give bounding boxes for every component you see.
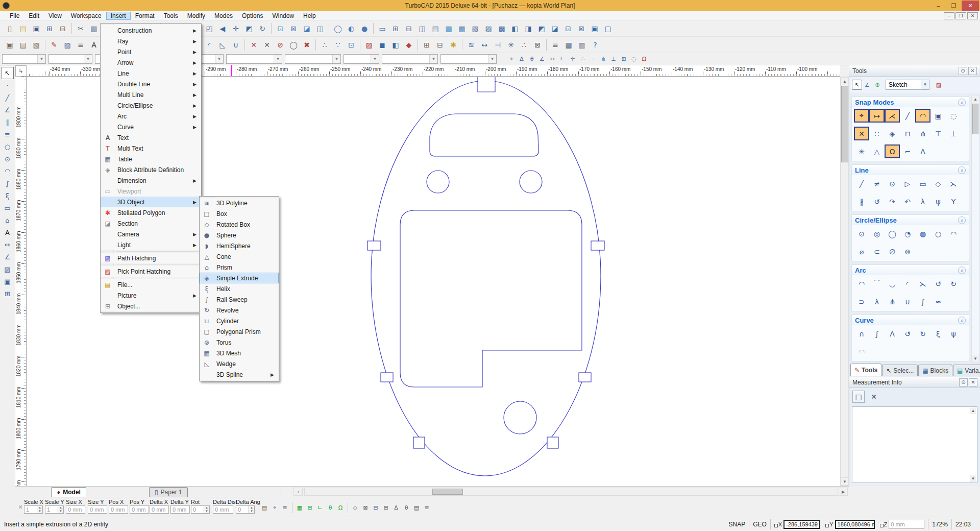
group-icon[interactable]: ⊞ <box>420 38 433 52</box>
view-iso-sw-icon[interactable]: ◫ <box>313 22 327 35</box>
arc-fixed-ratio-icon[interactable]: ≈ <box>930 295 946 308</box>
circle-tan-to-arc-icon[interactable]: ○ <box>930 227 946 240</box>
tile-vertical-icon[interactable]: ◫ <box>415 22 429 35</box>
menu-item-3d-spline[interactable]: 3D Spline▶ <box>200 369 279 380</box>
plan-view-icon[interactable]: ◧ <box>508 22 522 35</box>
curve-closed-fit-icon[interactable]: ↺ <box>900 327 915 341</box>
chevron-down-icon[interactable]: ▼ <box>84 55 92 63</box>
snap-cross-icon[interactable]: ✕ <box>260 38 274 52</box>
chevron-down-icon[interactable]: ▼ <box>37 55 45 63</box>
geo-indicator[interactable]: GEO <box>753 521 767 528</box>
chevron-down-icon[interactable]: ▼ <box>215 55 223 63</box>
menu-item-arrow[interactable]: Arrow▶ <box>101 57 201 68</box>
workplane-by-entity-icon[interactable]: ⊠ <box>575 22 588 35</box>
line-parallel-icon[interactable]: ∦ <box>854 195 869 208</box>
curve-closed-control-icon[interactable]: ↻ <box>915 327 930 341</box>
group-tool[interactable]: ⊞ <box>2 287 14 300</box>
snap-vertex-icon[interactable]: ⋌ <box>885 109 900 123</box>
view-iso-ne-icon[interactable]: ⊡ <box>274 22 287 35</box>
menu-options[interactable]: Options <box>237 12 267 20</box>
no-snap-toggle-icon[interactable]: ⊘ <box>274 38 287 52</box>
menu-view[interactable]: View <box>44 12 66 20</box>
field-input[interactable]: 0 mm <box>109 505 128 514</box>
coord-table-icon[interactable]: ▤ <box>411 502 422 513</box>
arrange-icons-icon[interactable]: ▥ <box>442 22 455 35</box>
point-style-combo[interactable]: ▼ <box>382 54 438 64</box>
cascade-windows-icon[interactable]: ▤ <box>429 22 442 35</box>
palette-scroll-down[interactable]: ▼ <box>972 355 979 362</box>
pick-tool[interactable]: ↖ <box>852 80 862 90</box>
running-coords-icon[interactable]: ⌖ <box>506 54 517 64</box>
menu-item-table[interactable]: ▦Table <box>101 154 201 164</box>
workplane-origin-icon[interactable]: ▣ <box>588 22 601 35</box>
lock-z-icon[interactable]: ⊞ <box>381 502 391 513</box>
save-block-icon[interactable]: ▤ <box>16 38 30 52</box>
polar-coords-icon[interactable]: θ <box>527 54 537 64</box>
menu-item-circle-ellipse[interactable]: Circle/Ellipse▶ <box>101 100 201 111</box>
chevron-down-icon[interactable]: ▼ <box>429 55 437 63</box>
mdi-restore-button[interactable]: ❐ <box>955 12 966 19</box>
perspective-view-icon[interactable]: ◨ <box>522 22 535 35</box>
menu-item-file-[interactable]: ▤File... <box>101 279 201 290</box>
calculator-icon[interactable]: ▦ <box>562 38 575 52</box>
offset-icon[interactable]: ≋ <box>464 38 478 52</box>
menu-item-light[interactable]: Light▶ <box>101 239 201 250</box>
polyline-tool[interactable]: ∠ <box>2 104 14 116</box>
field-input[interactable]: 1 <box>45 505 58 514</box>
angle-lock-icon[interactable]: ∠ <box>537 54 547 64</box>
menu-item-torus[interactable]: ⊚Torus <box>200 337 279 348</box>
grid-lock-icon[interactable]: ⊞ <box>619 54 629 64</box>
chevron-down-icon[interactable]: ▼ <box>274 55 282 63</box>
midpoint-lock-icon[interactable]: · <box>588 54 598 64</box>
menu-tools[interactable]: Tools <box>159 12 183 20</box>
lock-x-icon[interactable]: ⊠ <box>360 502 371 513</box>
collapse-icon[interactable]: « <box>958 99 966 106</box>
split-window-icon[interactable]: ▧ <box>469 22 482 35</box>
purge-icon[interactable]: ⊠ <box>531 38 544 52</box>
arc-double-point-icon[interactable]: ◡ <box>885 277 900 291</box>
meas-scroll-down[interactable]: ▼ <box>970 475 976 482</box>
snap-nearest-on-line-icon[interactable]: ╱ <box>900 109 915 123</box>
menu-item-polygonal-prism[interactable]: ▢Polygonal Prism <box>200 326 279 337</box>
menu-item-arc[interactable]: Arc▶ <box>101 111 201 122</box>
circle-double-point-icon[interactable]: ◯ <box>885 227 900 240</box>
palette-tab-tools[interactable]: ✎Tools <box>850 364 881 376</box>
text-font-combo[interactable]: ▼ <box>285 54 341 64</box>
snap-vertex-toggle-icon[interactable]: ✕ <box>247 38 260 52</box>
circle-tan-to-line-icon[interactable]: ◍ <box>915 227 930 240</box>
snap-tangent-icon[interactable]: ⋔ <box>915 127 930 140</box>
ungroup-icon[interactable]: ⊟ <box>433 38 447 52</box>
menu-item-cone[interactable]: △Cone <box>200 251 279 262</box>
magnet-lock-icon[interactable]: Ω <box>639 54 649 64</box>
spline-control-points-icon[interactable]: ∫ <box>869 327 885 341</box>
paste-point-icon[interactable]: ▤ <box>259 502 270 513</box>
palette-scrollbar[interactable]: ▲ ▼ <box>971 95 979 363</box>
arc-tan-to-entities-icon[interactable]: ⋋ <box>915 277 930 291</box>
close-button[interactable]: ✕ <box>962 1 979 11</box>
panel-close-icon[interactable]: ✕ <box>969 378 977 387</box>
workplane-toggle-icon[interactable]: ◇ <box>350 502 360 513</box>
pan-icon[interactable]: ✛ <box>229 22 242 35</box>
polar-toggle-icon[interactable]: θ <box>325 502 335 513</box>
line-tool[interactable]: ╱ <box>2 91 14 104</box>
line-perpendicular-icon[interactable]: ⋋ <box>946 177 961 190</box>
menu-item-construction[interactable]: Construction▶ <box>101 25 201 36</box>
collapse-icon[interactable]: « <box>958 317 966 324</box>
inspector-options-icon[interactable]: ≡ <box>422 502 432 513</box>
polygon-tool[interactable]: ⌂ <box>2 214 14 226</box>
field-input[interactable]: 0 mm <box>130 505 149 514</box>
world-view[interactable]: ⊕ <box>872 80 883 90</box>
menu-workspace[interactable]: Workspace <box>66 12 106 20</box>
view-iso-se-icon[interactable]: ◪ <box>300 22 313 35</box>
palette-scroll-thumb[interactable] <box>972 104 978 134</box>
line-bisector-icon[interactable]: ψ <box>930 195 946 208</box>
concentric-circles-icon[interactable]: ◎ <box>869 227 885 240</box>
field-spinner[interactable]: ▲▼ <box>37 505 43 514</box>
menu-item-camera[interactable]: Camera▶ <box>101 229 201 239</box>
field-spinner[interactable]: ▲▼ <box>249 505 255 514</box>
zoom-previous-icon[interactable]: ◀ <box>216 22 229 35</box>
menu-item-dimension[interactable]: Dimension▶ <box>101 175 201 186</box>
pin-icon[interactable]: ⊙ <box>959 67 967 75</box>
menu-modes[interactable]: Modes <box>210 12 237 20</box>
tile-horizontal-icon[interactable]: ⊟ <box>402 22 415 35</box>
